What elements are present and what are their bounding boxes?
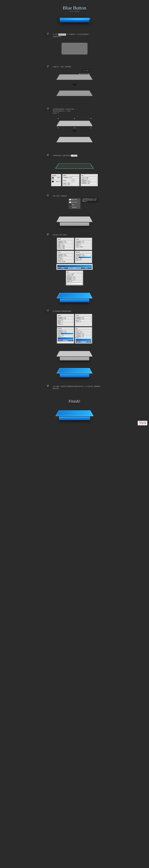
step-3: 3 按下鼠标左键可复制一个"顶部1"的上面， 同时按住Alt 副本 Ctrl +… (47, 105, 102, 151)
finish-preview (57, 408, 92, 418)
step4-text: 设置形状1的样式，颜色填色改为 (53, 155, 71, 156)
step1-text-b: 画一个圆角矩形，大小凭自己的感觉而定 (67, 34, 88, 35)
step1-text-a: 第一步用 (53, 34, 58, 35)
step3-shape-bottom (56, 137, 93, 142)
layers-panel: 形状 1 副本 形状 1 副本 形状 1 背景 副本 注意图层顺序以及 形状1x… (68, 198, 81, 209)
layer-note: 注意图层顺序以及 形状1x1不透明度下 副本1 图层填充 0 副本2 图层填充 … (82, 198, 98, 203)
step-number: 5 (46, 193, 50, 198)
hex-chip: #：393939 (71, 155, 77, 157)
step2-shape-bottom (56, 90, 93, 96)
step-number: 1 (46, 32, 50, 36)
dialog-gradbar: 0050a3 00a4fa 0050a3 (56, 264, 93, 270)
step7-preview-gray (58, 349, 91, 358)
step3-line3: 向右缩一下 (53, 112, 59, 114)
page-subtitle: By You Design (47, 10, 102, 12)
step4-shape (55, 163, 94, 169)
watermark: fevte.com 飞特教程网 (138, 421, 147, 425)
step-number: 6 (46, 232, 50, 237)
step1-text-c: 这里命名"形状1" (53, 36, 62, 37)
step2-text: 快捷键 Ctrl + T 变形，按照效果图 (53, 66, 101, 68)
step3-line1: 按下鼠标左键可复制一个"顶部1"的上面， (53, 108, 75, 110)
dialog-innershadow: 内阴影 混合模式(B):滤色 不透明度(O):100 % 角度(A):-90 距… (57, 238, 74, 250)
step7-preview-blue (58, 366, 91, 375)
step5-preview (58, 214, 91, 224)
dialog-innershadow: 内阴影 不透明度(O):100 % 角度(A): 距离(D):0 像素 大小(S… (62, 174, 79, 186)
step-4: 4 设置形状1的样式，颜色填色改为 #：393939 混合选项 形状 1 填充 … (47, 151, 102, 192)
dialog-gradient: 渐变叠加 混合模式(B):正常 不透明度(O):100 % 渐变: 样式(L):… (75, 251, 92, 263)
step-number: 8 (46, 384, 50, 388)
step2-shape-top (56, 74, 93, 80)
step-number: 3 (46, 107, 50, 111)
step-6: 6 设置 形状 1 副本 2 的样式 内阴影 混合模式(B):滤色 不透明度(O… (47, 230, 102, 307)
drag-hint: Ctrl + Shift + Alt (82, 70, 91, 71)
step-8: 8 本次不做图，过程简单得不理解就多做几遍体会其中的大小，以上已经完成，里面参数… (47, 382, 102, 395)
step8-text: 本次不做图，过程简单得不理解就多做几遍体会其中的大小，以上已经完成，里面参数都能… (53, 385, 101, 389)
finish-title: Finish! (47, 399, 102, 404)
dialog-innershadow: 内阴影 混合模式(B):滤色 不透明度(O):100 角度(A):90 距离(D… (57, 314, 74, 327)
step-number: 4 (46, 153, 50, 157)
step-1: 1 第一步用 圆角矩形工具 画一个圆角矩形，大小凭自己的感觉而定 这里命名"形状… (47, 30, 102, 62)
dialog-gradient: 渐变叠加 混合模式(B):正常 不透明度(O):100 % 渐变: 样式(L):… (57, 327, 74, 344)
arrow-down-icon (71, 84, 78, 86)
hero-preview (60, 17, 89, 24)
step6-text: 设置 形状 1 副本 2 的样式 (53, 234, 101, 236)
step6-preview (58, 290, 91, 300)
dialog-outerglow: 外发光 混合模式(B):正常 不透明度(O):75 % 杂色(N):0 扩展(P… (75, 238, 92, 250)
step7-text: 接下来再复制6个图层应用到1图层 (53, 310, 101, 312)
page-title: Blue Button (47, 5, 102, 11)
tool-chip: 圆角矩形工具 (59, 33, 66, 36)
dialog-outerglow: 外发光 混合模式(B):滤色 不透明度(O):100 杂色(N):0 大小(S)… (75, 314, 92, 327)
step1-shape (62, 43, 87, 55)
step-number: 2 (46, 64, 50, 69)
dialog-stroke: 描边 大小(S):1 像素 位置(P):外部 混合模式(B):正常 不透明度(O… (66, 271, 83, 285)
step-5: 5 形状 1 副本 向上复制两层 形状 1 副本 形状 1 副本 形状 1 背景… (47, 191, 102, 230)
step3-line2: 同时按住Alt 副本 Ctrl + T 一样向， (53, 111, 71, 112)
dialog-blendopts: 混合选项 形状 1 填充 填充: 0 % (51, 174, 61, 186)
dialog-stroke: 描边 大小(S):3 位置(P):内部 混合模式(B):正常 不透明度(O):1… (75, 327, 92, 344)
dialog-stroke: 描边 大小(S):1 像素 位置(P):外部 混合模式(B):正常 不透明度(O… (81, 174, 98, 186)
step5-text: 形状 1 副本 向上复制两层 (53, 195, 101, 197)
step-2: 2 快捷键 Ctrl + T 变形，按照效果图 Ctrl + Shift + A… (47, 62, 102, 105)
step-7: 7 接下来再复制6个图层应用到1图层 内阴影 混合模式(B):滤色 不透明度(O… (47, 307, 102, 382)
step-number: 7 (46, 309, 50, 313)
arrow-down-icon (71, 130, 78, 132)
dialog-innerglow: 内发光 混合模式(B):滤色 不透明度(O):100 % 杂色(N):0 源:边… (57, 251, 74, 263)
